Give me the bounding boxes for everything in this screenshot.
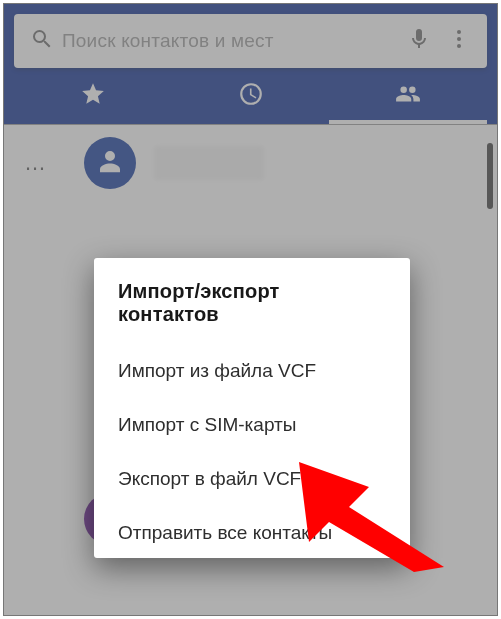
dialog-item-import-sim[interactable]: Импорт с SIM-карты bbox=[118, 398, 386, 452]
app-frame: Поиск контактов и мест bbox=[3, 3, 498, 616]
dialog-item-import-vcf[interactable]: Импорт из файла VCF bbox=[118, 344, 386, 398]
import-export-dialog: Импорт/экспорт контактов Импорт из файла… bbox=[94, 258, 410, 558]
dialog-item-send-all[interactable]: Отправить все контакты bbox=[118, 506, 386, 560]
dialog-item-export-vcf[interactable]: Экспорт в файл VCF bbox=[118, 452, 386, 506]
dialog-title: Импорт/экспорт контактов bbox=[118, 280, 386, 326]
